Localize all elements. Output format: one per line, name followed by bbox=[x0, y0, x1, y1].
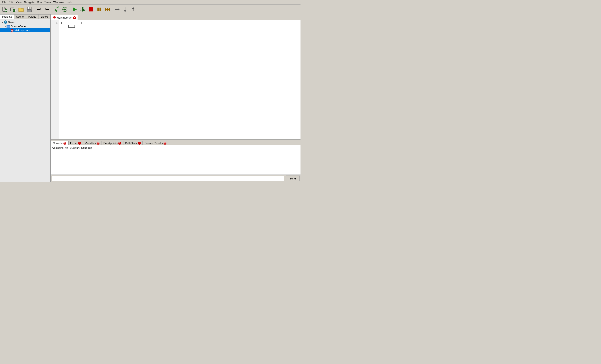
left-panel: Projects Scene Palette Blocks ▾ Q Demo ▾ bbox=[0, 14, 51, 182]
menu-edit[interactable]: Edit bbox=[8, 0, 15, 4]
block-connector bbox=[68, 25, 75, 28]
block-widget[interactable] bbox=[61, 22, 82, 24]
toolbar: P </> ↩ ↪ bbox=[0, 4, 300, 14]
tab-call-stack-label: Call Stack bbox=[125, 142, 137, 145]
console-input[interactable] bbox=[51, 176, 284, 181]
bottom-panel: Console ✕ Errors ✕ Variables ✕ Breakpoin… bbox=[51, 139, 300, 182]
svg-rect-14 bbox=[54, 9, 58, 12]
line-num-1: 1 bbox=[51, 21, 59, 25]
editor-area[interactable]: 1 bbox=[51, 20, 300, 139]
new-file-icon: P bbox=[2, 7, 8, 12]
svg-text:Q: Q bbox=[5, 21, 6, 23]
step-into-button[interactable] bbox=[113, 6, 121, 13]
svg-rect-29 bbox=[100, 8, 101, 11]
editor-tab-close[interactable]: ✕ bbox=[73, 16, 76, 19]
menu-help[interactable]: Help bbox=[65, 0, 73, 4]
console-output: Welcome to Quorum Studio! bbox=[51, 145, 300, 175]
tab-variables-close[interactable]: ✕ bbox=[97, 142, 100, 145]
stop-button[interactable] bbox=[87, 6, 95, 13]
svg-marker-8 bbox=[19, 9, 24, 11]
build-icon bbox=[54, 6, 60, 12]
run-button[interactable] bbox=[71, 6, 78, 13]
tab-call-stack-close[interactable]: ✕ bbox=[138, 142, 141, 145]
menu-file[interactable]: File bbox=[1, 0, 8, 4]
tab-call-stack[interactable]: Call Stack ✕ bbox=[123, 141, 143, 145]
save-icon bbox=[26, 7, 32, 12]
svg-rect-28 bbox=[97, 8, 99, 11]
svg-text:Q: Q bbox=[54, 17, 55, 19]
new-project-button[interactable]: </> bbox=[9, 6, 17, 13]
tab-console-close[interactable]: ✕ bbox=[63, 142, 66, 145]
step-over-button[interactable] bbox=[103, 6, 111, 13]
svg-rect-21 bbox=[82, 9, 84, 11]
folder-icon bbox=[7, 24, 10, 28]
stop-icon bbox=[88, 7, 94, 12]
menu-run[interactable]: Run bbox=[36, 0, 43, 4]
svg-point-20 bbox=[82, 7, 83, 9]
debug-button[interactable] bbox=[79, 6, 87, 13]
build-button[interactable] bbox=[53, 6, 60, 13]
tab-console[interactable]: Console ✕ bbox=[51, 141, 68, 145]
redo-button[interactable]: ↪ bbox=[43, 6, 51, 13]
open-icon bbox=[18, 7, 24, 12]
menu-navigate[interactable]: Navigate bbox=[23, 0, 36, 4]
run-icon bbox=[71, 6, 78, 12]
tab-variables[interactable]: Variables ✕ bbox=[83, 141, 101, 145]
add-library-icon bbox=[62, 7, 68, 12]
undo-button[interactable]: ↩ bbox=[35, 6, 43, 13]
menu-view[interactable]: View bbox=[15, 0, 23, 4]
step-out-button[interactable] bbox=[121, 6, 129, 13]
main-area: Projects Scene Palette Blocks ▾ Q Demo ▾ bbox=[0, 14, 300, 182]
tab-search-results-close[interactable]: ✕ bbox=[164, 142, 166, 145]
tree-item-sourcecode[interactable]: ▾ SourceCode bbox=[0, 24, 50, 28]
demo-icon: Q bbox=[4, 20, 7, 24]
svg-line-25 bbox=[84, 10, 85, 11]
open-button[interactable] bbox=[17, 6, 25, 13]
add-library-button[interactable] bbox=[61, 6, 69, 13]
bottom-input-bar: Send bbox=[51, 175, 300, 182]
editor-content[interactable] bbox=[59, 20, 300, 139]
bottom-tabs: Console ✕ Errors ✕ Variables ✕ Breakpoin… bbox=[51, 139, 300, 145]
svg-rect-32 bbox=[109, 8, 110, 11]
send-button[interactable]: Send bbox=[286, 176, 300, 181]
svg-marker-34 bbox=[118, 8, 120, 11]
svg-marker-36 bbox=[124, 10, 126, 12]
editor-tabs: Q Main.quorum ✕ bbox=[51, 14, 300, 20]
svg-marker-19 bbox=[73, 7, 77, 12]
right-panel: Q Main.quorum ✕ 1 bbox=[51, 14, 300, 182]
tab-search-results[interactable]: Search Results ✕ bbox=[143, 141, 168, 145]
debug-icon bbox=[80, 6, 86, 12]
tree-arrow-sourcecode: ▾ bbox=[4, 25, 7, 27]
svg-marker-30 bbox=[105, 8, 107, 11]
new-file-button[interactable]: P bbox=[1, 6, 9, 13]
tab-errors[interactable]: Errors ✕ bbox=[68, 141, 83, 145]
tab-console-label: Console bbox=[53, 142, 63, 145]
pause-button[interactable] bbox=[95, 6, 103, 13]
tab-errors-close[interactable]: ✕ bbox=[78, 142, 81, 145]
menu-windows[interactable]: Windows bbox=[52, 0, 65, 4]
toolbar-separator-2 bbox=[52, 6, 52, 12]
project-tree: ▾ Q Demo ▾ SourceCode bbox=[0, 19, 50, 182]
svg-line-23 bbox=[84, 9, 85, 10]
svg-text:</>: </> bbox=[12, 10, 16, 12]
menu-bar: File Edit View Navigate Run Team Windows… bbox=[0, 0, 300, 4]
step-out-icon bbox=[122, 7, 128, 12]
toolbar-separator-3 bbox=[70, 6, 70, 12]
tab-search-results-label: Search Results bbox=[145, 142, 163, 145]
menu-team[interactable]: Team bbox=[43, 0, 52, 4]
resume-button[interactable] bbox=[129, 6, 137, 13]
save-button[interactable] bbox=[25, 6, 33, 13]
tree-arrow-demo: ▾ bbox=[1, 21, 4, 23]
tab-variables-label: Variables bbox=[85, 142, 96, 145]
tab-projects[interactable]: Projects bbox=[0, 14, 14, 19]
tab-scene[interactable]: Scene bbox=[14, 14, 26, 19]
tree-item-main-quorum[interactable]: Q Main.quorum bbox=[0, 28, 50, 32]
tab-breakpoints-close[interactable]: ✕ bbox=[118, 142, 121, 145]
tab-breakpoints[interactable]: Breakpoints ✕ bbox=[101, 141, 123, 145]
tree-item-demo[interactable]: ▾ Q Demo bbox=[0, 20, 50, 24]
tab-palette[interactable]: Palette bbox=[26, 14, 39, 19]
tab-blocks[interactable]: Blocks bbox=[38, 14, 50, 19]
tree-label-demo: Demo bbox=[8, 21, 15, 24]
editor-tab-main-quorum[interactable]: Q Main.quorum ✕ bbox=[51, 15, 78, 20]
svg-rect-11 bbox=[28, 7, 29, 9]
